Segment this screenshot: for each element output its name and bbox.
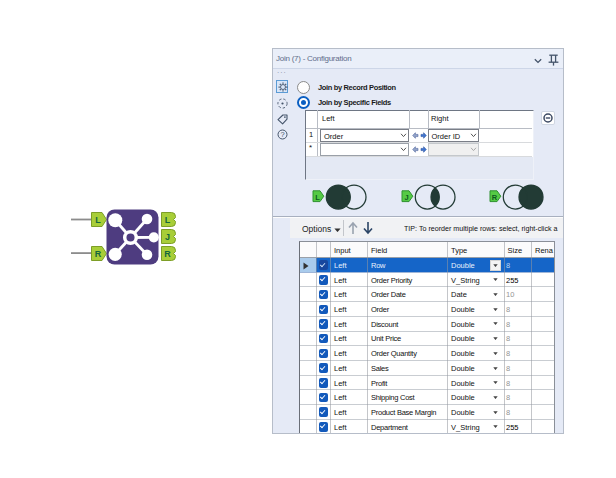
- svg-text:J: J: [165, 232, 170, 242]
- svg-text:L: L: [165, 215, 171, 225]
- svg-text:R: R: [492, 193, 498, 202]
- svg-text:R: R: [164, 249, 171, 259]
- svg-text:J: J: [404, 193, 408, 202]
- svg-text:?: ?: [280, 130, 284, 139]
- svg-text:R: R: [95, 249, 102, 259]
- svg-text:L: L: [95, 215, 101, 225]
- svg-text:L: L: [315, 193, 320, 202]
